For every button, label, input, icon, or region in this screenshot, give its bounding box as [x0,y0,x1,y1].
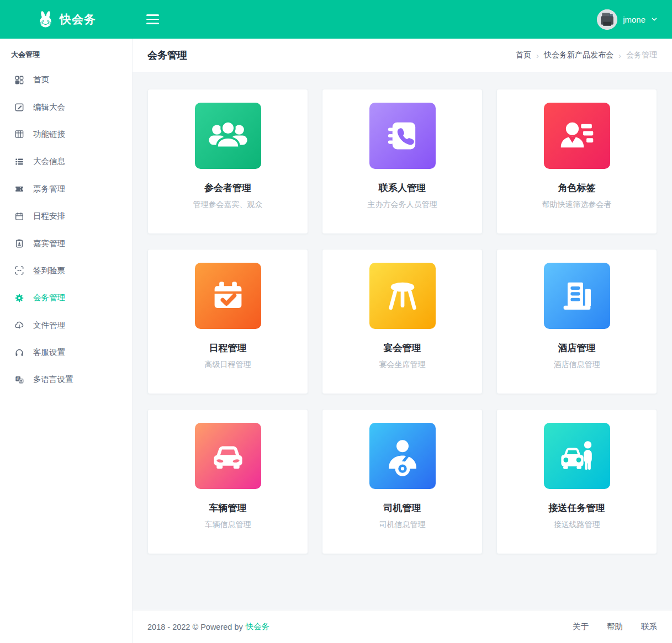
card-title: 酒店管理 [558,342,596,354]
avatar [597,9,617,30]
breadcrumb-separator: › [536,51,539,60]
module-card-banquet[interactable]: 宴会管理 宴会坐席管理 [322,249,483,394]
card-title: 角色标签 [558,182,596,194]
footer-brand-link[interactable]: 快会务 [246,621,270,632]
role-tag-icon [544,103,610,169]
table-icon [14,129,24,139]
sidebar-item-agenda[interactable]: 日程安排 [0,203,132,230]
page-header: 会务管理 首页 › 快会务新产品发布会 › 会务管理 [133,39,672,72]
card-title: 宴会管理 [384,342,421,354]
list-icon [14,157,24,167]
headset-icon [14,348,24,358]
breadcrumb-separator: › [618,51,621,60]
shuttle-icon [544,423,610,489]
sidebar-item-tickets[interactable]: 票务管理 [0,176,132,203]
top-bar: 快会务 jmone [0,0,672,39]
sidebar-item-support[interactable]: 客服设置 [0,339,132,366]
card-title: 司机管理 [384,502,421,514]
card-subtitle: 宴会坐席管理 [379,360,426,370]
car-icon [195,423,261,489]
card-subtitle: 车辆信息管理 [205,520,251,530]
sidebar-item-conference-info[interactable]: 大会信息 [0,148,132,175]
rabbit-logo-icon [36,10,55,29]
card-subtitle: 司机信息管理 [379,520,426,530]
sidebar-item-label: 文件管理 [33,320,65,331]
card-title: 联系人管理 [379,182,426,194]
card-title: 车辆管理 [209,502,247,514]
sidebar-section-label: 大会管理 [0,50,132,60]
sidebar-item-label: 日程安排 [33,211,65,221]
sidebar-item-label: 大会信息 [33,156,65,167]
module-card-shuttle[interactable]: 接送任务管理 接送线路管理 [496,409,657,554]
sidebar-item-services[interactable]: 会务管理 [0,284,132,311]
sidebar-item-home[interactable]: 首页 [0,66,132,93]
translate-icon: G [14,375,24,385]
breadcrumb: 首页 › 快会务新产品发布会 › 会务管理 [516,50,657,60]
page-title: 会务管理 [147,49,187,62]
attendees-icon [195,103,261,169]
footer-link-contact[interactable]: 联系 [641,621,657,632]
badge-icon [14,238,24,248]
breadcrumb-home[interactable]: 首页 [516,50,531,60]
card-title: 参会者管理 [204,182,251,194]
module-card-contacts[interactable]: 联系人管理 主办方会务人员管理 [322,89,483,234]
driver-icon [369,423,436,489]
sidebar-item-feature-links[interactable]: 功能链接 [0,121,132,148]
sidebar-item-languages[interactable]: G 多语言设置 [0,366,132,393]
contact-book-icon [369,103,436,169]
sidebar-item-label: 签到验票 [33,265,65,276]
banquet-icon [369,263,436,329]
module-card-drivers[interactable]: 司机管理 司机信息管理 [322,409,483,554]
module-card-grid: 参会者管理 管理参会嘉宾、观众 联系人管理 主办方会务人员管理 [133,72,672,554]
chevron-down-icon [651,16,658,23]
breadcrumb-current: 会务管理 [626,50,657,60]
sidebar: 大会管理 首页 编辑大会 [0,39,133,643]
sidebar-item-label: 嘉宾管理 [33,238,65,249]
card-title: 接送任务管理 [549,502,605,514]
sidebar-item-files[interactable]: 文件管理 [0,312,132,339]
sidebar-item-checkin[interactable]: 签到验票 [0,257,132,284]
gear-icon [14,293,24,303]
footer: 2018 - 2022 © Powered by 快会务 关于 帮助 联系 [133,610,672,643]
brand-logo[interactable]: 快会务 [0,10,133,29]
user-menu[interactable]: jmone [597,9,658,30]
card-subtitle: 高级日程管理 [205,360,251,370]
user-name: jmone [623,15,645,24]
scan-icon [14,265,24,275]
cloud-download-icon [14,320,24,330]
sidebar-toggle-button[interactable] [143,11,162,27]
module-card-role-tags[interactable]: 角色标签 帮助快速筛选参会者 [496,89,657,234]
copyright-text: 2018 - 2022 © Powered by [147,623,243,631]
calendar-icon [14,211,24,221]
sidebar-item-label: 多语言设置 [33,374,73,385]
edit-icon [14,102,24,112]
footer-link-help[interactable]: 帮助 [607,621,623,632]
footer-link-about[interactable]: 关于 [573,621,589,632]
dashboard-icon [14,75,24,85]
module-card-attendees[interactable]: 参会者管理 管理参会嘉宾、观众 [147,89,308,234]
card-subtitle: 酒店信息管理 [554,360,600,370]
breadcrumb-event[interactable]: 快会务新产品发布会 [544,50,613,60]
module-card-hotel[interactable]: 酒店管理 酒店信息管理 [496,249,657,394]
card-subtitle: 管理参会嘉宾、观众 [193,200,263,210]
sidebar-item-edit-conference[interactable]: 编辑大会 [0,93,132,120]
card-subtitle: 帮助快速筛选参会者 [542,200,612,210]
main-content: 会务管理 首页 › 快会务新产品发布会 › 会务管理 [133,39,672,643]
hotel-icon [544,263,610,329]
card-subtitle: 接送线路管理 [554,520,600,530]
sidebar-item-label: 客服设置 [33,347,65,358]
module-card-vehicles[interactable]: 车辆管理 车辆信息管理 [147,409,308,554]
sidebar-item-guests[interactable]: 嘉宾管理 [0,230,132,257]
brand-name: 快会务 [60,12,96,27]
schedule-icon [195,263,261,329]
sidebar-item-label: 编辑大会 [33,102,65,113]
card-title: 日程管理 [209,342,247,354]
ticket-icon [14,184,24,194]
sidebar-item-label: 票务管理 [33,184,65,194]
card-subtitle: 主办方会务人员管理 [368,200,437,210]
sidebar-item-label: 会务管理 [33,293,65,303]
sidebar-item-label: 首页 [33,75,49,85]
module-card-schedule[interactable]: 日程管理 高级日程管理 [147,249,308,394]
sidebar-item-label: 功能链接 [33,129,65,140]
